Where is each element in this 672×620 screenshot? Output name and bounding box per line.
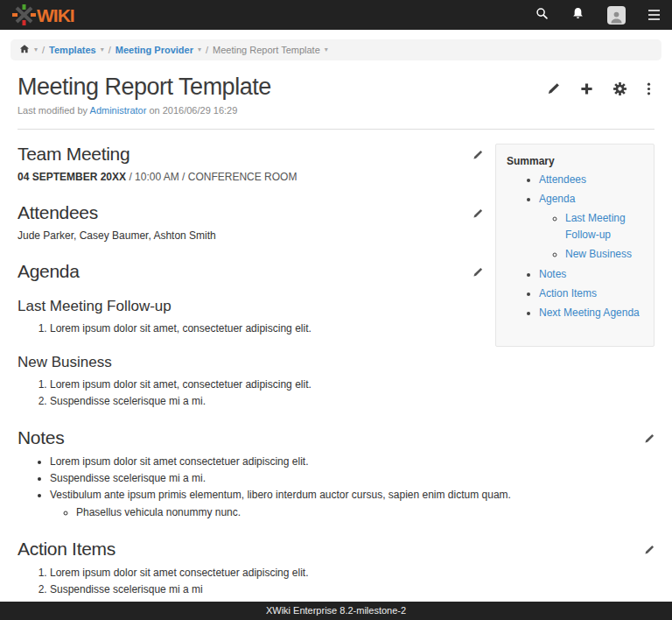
breadcrumb-link-templates[interactable]: Templates xyxy=(49,45,96,55)
version-text: XWiki Enterprise 8.2-milestone-2 xyxy=(266,605,406,616)
list-item: Phasellus vehicula nonummy nunc. xyxy=(76,504,654,521)
user-avatar-icon xyxy=(607,6,626,25)
page-header: Meeting Report Template xyxy=(0,74,672,101)
toc-item: Notes xyxy=(539,266,645,283)
toc-item: Last Meeting Follow-up xyxy=(565,210,645,243)
navbar-actions xyxy=(536,6,660,25)
toc-item: Next Meeting Agenda xyxy=(539,305,645,321)
toc-link-attendees[interactable]: Attendees xyxy=(539,173,586,186)
toc-item: New Business xyxy=(565,246,645,263)
modified-by-user-link[interactable]: Administrator xyxy=(90,105,147,116)
kebab-icon xyxy=(647,82,651,99)
more-actions-button[interactable] xyxy=(647,82,651,99)
breadcrumb-caret[interactable]: ▾ xyxy=(325,46,328,53)
breadcrumb: ▾ / Templates ▾ / Meeting Provider ▾ / M… xyxy=(10,39,662,60)
create-button[interactable] xyxy=(580,82,593,99)
list-item: Suspendisse scelerisque mi a mi. xyxy=(50,393,654,410)
search-icon xyxy=(536,7,549,24)
header-divider xyxy=(18,129,654,130)
list-item: Vestibulum ante ipsum primis elementum, … xyxy=(50,487,654,520)
brand-text: WIKI xyxy=(37,6,74,25)
toc-link-action-items[interactable]: Action Items xyxy=(539,287,597,299)
list-item: Lorem ipsum dolor sit amet consectetuer … xyxy=(50,454,654,470)
breadcrumb-caret[interactable]: ▾ xyxy=(34,46,38,53)
xwiki-logo[interactable]: WIKI xyxy=(12,4,74,25)
section-team-meeting: Team Meeting xyxy=(18,144,483,165)
summary-panel: Summary Attendees Agenda Last Meeting Fo… xyxy=(495,144,654,348)
toc-link-agenda[interactable]: Agenda xyxy=(539,193,575,205)
breadcrumb-caret[interactable]: ▾ xyxy=(198,46,201,53)
section-notes: Notes xyxy=(18,427,654,448)
section-edit-button[interactable] xyxy=(472,202,483,223)
notifications-button[interactable] xyxy=(571,7,584,24)
section-edit-button[interactable] xyxy=(644,539,654,560)
section-title: Action Items xyxy=(18,539,116,560)
section-agenda: Agenda xyxy=(18,261,483,282)
list-item: Suspendisse scelerisque mi a mi. xyxy=(50,470,654,487)
breadcrumb-home-link[interactable] xyxy=(19,44,30,56)
toc-item: Attendees xyxy=(539,172,645,188)
pencil-icon xyxy=(472,202,483,223)
page-actions xyxy=(547,82,651,99)
page-title: Meeting Report Template xyxy=(18,74,271,101)
pencil-icon xyxy=(472,261,483,282)
list-item: Lorem ipsum dolor sit amet consectetuer … xyxy=(50,565,654,581)
top-navbar: WIKI xyxy=(0,0,672,30)
toc-link-new-business[interactable]: New Business xyxy=(565,248,632,260)
breadcrumb-current-page: Meeting Report Template xyxy=(213,45,320,55)
section-edit-button[interactable] xyxy=(644,427,654,448)
gear-icon xyxy=(613,82,626,99)
drawer-menu-button[interactable] xyxy=(648,10,660,20)
x-logo-icon xyxy=(12,4,36,25)
pencil-icon xyxy=(547,82,560,99)
section-title: Team Meeting xyxy=(18,144,130,165)
breadcrumb-link-meeting-provider[interactable]: Meeting Provider xyxy=(116,45,193,55)
version-bar: XWiki Enterprise 8.2-milestone-2 xyxy=(0,602,672,620)
user-menu-button[interactable] xyxy=(607,6,626,25)
section-action-items: Action Items xyxy=(18,539,654,560)
pencil-icon xyxy=(644,427,654,448)
toc-link-last-meeting[interactable]: Last Meeting Follow-up xyxy=(565,212,626,241)
section-title: Agenda xyxy=(18,261,80,282)
section-attendees: Attendees xyxy=(18,202,483,223)
section-title: Notes xyxy=(18,427,64,448)
toc-link-next-meeting[interactable]: Next Meeting Agenda xyxy=(539,306,640,319)
plus-icon xyxy=(580,82,593,99)
section-edit-button[interactable] xyxy=(472,144,483,165)
bell-icon xyxy=(571,7,584,24)
toc-item: Action Items xyxy=(539,285,645,302)
pencil-icon xyxy=(472,144,483,165)
toc-item: Agenda Last Meeting Follow-up New Busine… xyxy=(539,191,645,264)
home-icon xyxy=(19,46,30,56)
last-modified-line: Last modified by Administrator on 2016/0… xyxy=(0,105,672,116)
section-edit-button[interactable] xyxy=(472,261,483,282)
edit-button[interactable] xyxy=(547,82,560,99)
breadcrumb-caret[interactable]: ▾ xyxy=(101,46,104,53)
section-title: Attendees xyxy=(18,202,98,223)
search-button[interactable] xyxy=(536,7,549,24)
list-item: Lorem ipsum dolor sit amet, consectetuer… xyxy=(50,377,654,393)
list-item: Suspendisse scelerisque mi a mi xyxy=(50,581,654,598)
document-content: Summary Attendees Agenda Last Meeting Fo… xyxy=(0,144,672,620)
summary-title: Summary xyxy=(507,155,645,167)
pencil-icon xyxy=(644,539,654,560)
settings-button[interactable] xyxy=(613,82,626,99)
section-new-business: New Business xyxy=(18,354,654,371)
toc-link-notes[interactable]: Notes xyxy=(539,268,566,280)
